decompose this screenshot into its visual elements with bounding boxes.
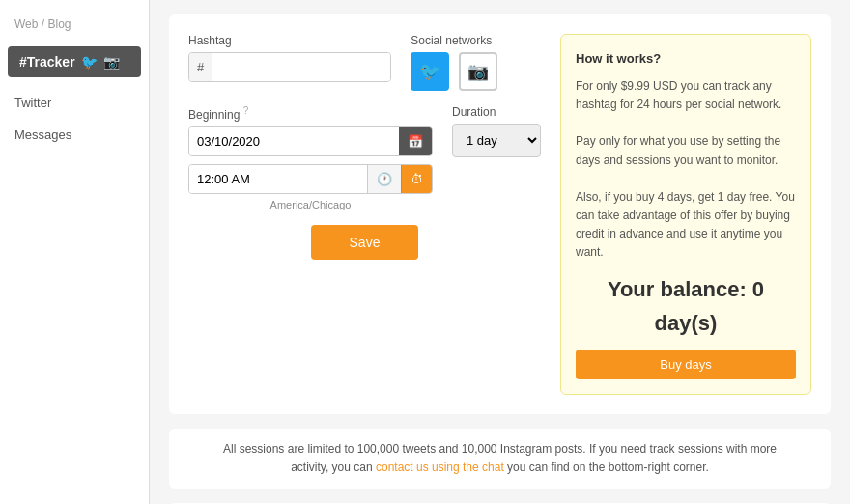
save-button[interactable]: Save — [311, 225, 419, 260]
buy-days-button[interactable]: Buy days — [576, 350, 796, 379]
beginning-tooltip: ? — [243, 105, 249, 116]
duration-select[interactable]: 1 day 2 days 3 days 7 days 14 days 30 da… — [452, 124, 541, 157]
balance-suffix: day(s) — [655, 311, 718, 335]
duration-label: Duration — [452, 105, 541, 119]
social-networks-label: Social networks — [411, 34, 541, 47]
duration-group: Duration 1 day 2 days 3 days 7 days 14 d… — [452, 105, 541, 210]
info-line-2: Pay only for what you use by setting the… — [576, 132, 796, 169]
calendar-icon[interactable]: 📅 — [399, 127, 432, 155]
info-box: How it works? For only $9.99 USD you can… — [560, 34, 811, 395]
date-input[interactable] — [189, 127, 399, 155]
hashtag-prefix: # — [189, 53, 212, 81]
tracker-label: #Tracker — [19, 54, 75, 70]
hashtag-input[interactable] — [212, 53, 390, 81]
twitter-social-btn[interactable]: 🐦 — [411, 52, 449, 91]
balance-value: 0 — [752, 277, 764, 301]
sidebar-item-messages[interactable]: Messages — [0, 119, 149, 151]
sidebar-item-twitter[interactable]: Twitter — [0, 87, 149, 119]
clock-icon[interactable]: 🕐 — [367, 165, 401, 193]
info-line-3: Also, if you buy 4 days, get 1 day free.… — [576, 188, 796, 263]
info-message: All sessions are limited to 100,000 twee… — [169, 429, 831, 489]
hashtag-input-wrapper: # — [188, 52, 391, 82]
instagram-social-btn[interactable]: 📷 — [459, 52, 497, 91]
sidebar: Web / Blog #Tracker 🐦 📷 Twitter Messages — [0, 0, 150, 504]
timezone-text: America/Chicago — [188, 199, 433, 210]
social-networks-buttons: 🐦 📷 — [411, 52, 541, 91]
instagram-icon: 📷 — [103, 54, 120, 70]
contact-link[interactable]: contact us using the chat — [376, 461, 504, 474]
info-title: How it works? — [576, 49, 796, 70]
social-networks-group: Social networks 🐦 📷 — [411, 34, 541, 91]
info-msg-line2: activity, you can contact us using the c… — [291, 461, 709, 474]
twitter-icon: 🐦 — [81, 54, 98, 70]
balance-prefix: Your balance: — [608, 277, 752, 301]
hashtag-label: Hashtag — [188, 34, 391, 47]
form-card: Hashtag # Social networks 🐦 📷 — [169, 14, 831, 414]
time-input[interactable] — [189, 165, 367, 193]
main-content: Hashtag # Social networks 🐦 📷 — [150, 0, 850, 504]
beginning-label: Beginning ? — [188, 105, 433, 122]
balance-display: Your balance: 0 day(s) — [576, 272, 796, 340]
date-input-group: 📅 — [188, 126, 433, 156]
time-input-group: 🕐 ⏱ — [188, 164, 433, 194]
info-msg-line1: All sessions are limited to 100,000 twee… — [223, 442, 777, 456]
tracker-button[interactable]: #Tracker 🐦 📷 — [8, 46, 141, 77]
form-left: Hashtag # Social networks 🐦 📷 — [188, 34, 541, 395]
beginning-group: Beginning ? 📅 🕐 ⏱ America/Chicago — [188, 105, 433, 210]
now-icon[interactable]: ⏱ — [401, 165, 432, 193]
breadcrumb: Web / Blog — [0, 10, 149, 39]
info-line-1: For only $9.99 USD you can track any has… — [576, 77, 796, 114]
hashtag-group: Hashtag # — [188, 34, 391, 91]
